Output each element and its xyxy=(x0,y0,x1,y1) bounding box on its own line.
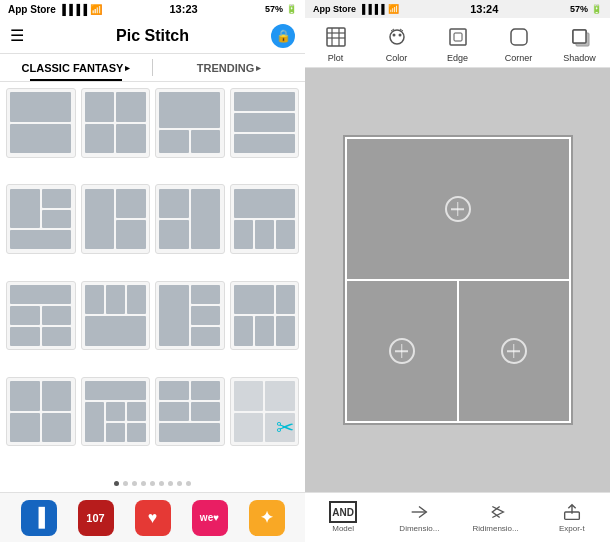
dock-app-1[interactable]: ▐ xyxy=(21,500,57,536)
right-carrier-text: App Store xyxy=(313,4,356,14)
pagination-dots xyxy=(0,474,305,492)
model-icon: AND xyxy=(329,502,357,522)
dimensions-tool[interactable]: Dimensio... xyxy=(389,502,449,533)
dot-4[interactable] xyxy=(141,481,146,486)
tab-classic-chevron: ▸ xyxy=(125,63,130,73)
left-panel: App Store ▐▐▐▐ 📶 13:23 57% 🔋 ☰ Pic Stitc… xyxy=(0,0,305,542)
battery-icon-left: 🔋 xyxy=(286,4,297,14)
template-9[interactable] xyxy=(6,281,76,351)
status-left-carrier: App Store ▐▐▐▐ 📶 xyxy=(8,4,102,15)
color-tool[interactable]: Color xyxy=(372,23,422,63)
template-1[interactable] xyxy=(6,88,76,158)
dock-app-5[interactable]: ✦ xyxy=(249,500,285,536)
model-tool[interactable]: AND Model xyxy=(313,502,373,533)
signal-bars: ▐▐▐▐ xyxy=(59,4,87,15)
dock-app-2[interactable]: 107 xyxy=(78,500,114,536)
template-8[interactable] xyxy=(230,184,300,254)
canvas-bottom-right[interactable] xyxy=(459,281,569,421)
color-label: Color xyxy=(386,53,408,63)
left-clock: 13:23 xyxy=(169,3,197,15)
dot-3[interactable] xyxy=(132,481,137,486)
svg-rect-11 xyxy=(454,33,462,41)
dock-app-3[interactable]: ♥ xyxy=(135,500,171,536)
status-right-icons: 57% 🔋 xyxy=(265,4,297,14)
dot-8[interactable] xyxy=(177,481,182,486)
template-7[interactable] xyxy=(155,184,225,254)
template-grid: ✂ xyxy=(0,82,305,474)
corner-tool[interactable]: Corner xyxy=(494,23,544,63)
tab-trending-label: TRENDING xyxy=(197,62,254,74)
canvas-top-cell[interactable] xyxy=(347,139,569,279)
edge-label: Edge xyxy=(447,53,468,63)
dot-5[interactable] xyxy=(150,481,155,486)
color-icon xyxy=(383,23,411,51)
template-11[interactable] xyxy=(155,281,225,351)
menu-icon[interactable]: ☰ xyxy=(10,26,24,45)
template-6[interactable] xyxy=(81,184,151,254)
dot-2[interactable] xyxy=(123,481,128,486)
template-14[interactable] xyxy=(81,377,151,447)
dot-7[interactable] xyxy=(168,481,173,486)
svg-rect-12 xyxy=(511,29,527,45)
template-13[interactable] xyxy=(6,377,76,447)
dot-1[interactable] xyxy=(114,481,119,486)
scissors-icon: ✂ xyxy=(276,415,294,441)
shadow-tool[interactable]: Shadow xyxy=(555,23,605,63)
template-16-scissors[interactable]: ✂ xyxy=(230,377,300,447)
edge-icon xyxy=(444,23,472,51)
lock-button[interactable]: 🔒 xyxy=(271,24,295,48)
right-panel: App Store ▐▐▐▐ 📶 13:24 57% 🔋 Plot xyxy=(305,0,610,542)
template-4[interactable] xyxy=(230,88,300,158)
template-3[interactable] xyxy=(155,88,225,158)
dock-app-3-icon: ♥ xyxy=(148,509,158,527)
dock-app-5-icon: ✦ xyxy=(260,508,273,527)
carrier-text: App Store xyxy=(8,4,56,15)
edge-tool[interactable]: Edge xyxy=(433,23,483,63)
ridimensions-tool[interactable]: Ridimensio... xyxy=(466,502,526,533)
app-header: ☰ Pic Stitch 🔒 xyxy=(0,18,305,54)
app-title: Pic Stitch xyxy=(116,27,189,45)
template-5[interactable] xyxy=(6,184,76,254)
template-15[interactable] xyxy=(155,377,225,447)
plot-tool[interactable]: Plot xyxy=(311,23,361,63)
shadow-label: Shadow xyxy=(563,53,596,63)
corner-icon xyxy=(505,23,533,51)
battery-pct-left: 57% xyxy=(265,4,283,14)
dock-app-2-label: 107 xyxy=(86,512,104,524)
right-battery-info: 57% 🔋 xyxy=(570,4,602,14)
tab-classic-fantasy[interactable]: CLASSIC FANTASY ▸ xyxy=(0,54,152,81)
shadow-icon xyxy=(566,23,594,51)
add-photo-icon-br xyxy=(501,338,527,364)
collage-frame xyxy=(343,135,573,425)
svg-rect-0 xyxy=(327,28,345,46)
right-clock: 13:24 xyxy=(470,3,498,15)
corner-label: Corner xyxy=(505,53,533,63)
template-2[interactable] xyxy=(81,88,151,158)
svg-point-5 xyxy=(390,30,404,44)
right-battery-icon: 🔋 xyxy=(591,4,602,14)
template-10[interactable] xyxy=(81,281,151,351)
template-12[interactable] xyxy=(230,281,300,351)
dot-9[interactable] xyxy=(186,481,191,486)
tab-trending[interactable]: TRENDING ▸ xyxy=(153,54,305,81)
canvas-bottom-left[interactable] xyxy=(347,281,457,421)
status-bar-right: App Store ▐▐▐▐ 📶 13:24 57% 🔋 xyxy=(305,0,610,18)
dock-app-4[interactable]: we♥ xyxy=(192,500,228,536)
model-label: Model xyxy=(332,524,354,533)
dock: ▐ 107 ♥ we♥ ✦ xyxy=(0,492,305,542)
category-tabs: CLASSIC FANTASY ▸ TRENDING ▸ xyxy=(0,54,305,82)
canvas-bottom-row xyxy=(347,281,569,421)
export-tool[interactable]: Expor-t xyxy=(542,502,602,533)
and-box: AND xyxy=(329,501,357,523)
bottom-action-toolbar: AND Model Dimensio... Ridimensio... xyxy=(305,492,610,542)
dimensions-label: Dimensio... xyxy=(399,524,439,533)
status-bar-left: App Store ▐▐▐▐ 📶 13:23 57% 🔋 xyxy=(0,0,305,18)
status-right-carrier: App Store ▐▐▐▐ 📶 xyxy=(313,4,399,14)
svg-rect-10 xyxy=(450,29,466,45)
right-wifi-icon: 📶 xyxy=(388,4,399,14)
dimensions-icon xyxy=(405,502,433,522)
dot-6[interactable] xyxy=(159,481,164,486)
svg-point-6 xyxy=(392,33,395,36)
tab-classic-label: CLASSIC FANTASY xyxy=(22,62,124,74)
export-icon xyxy=(558,502,586,522)
